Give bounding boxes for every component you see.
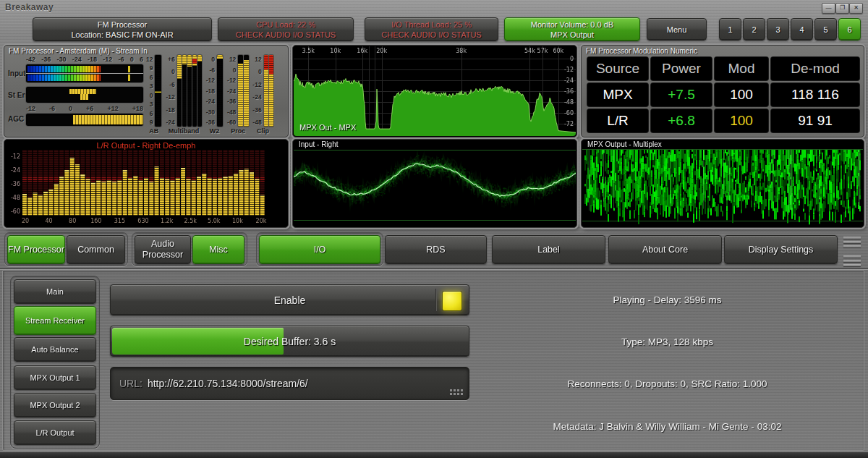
preset-button-5[interactable]: 5 [814,18,837,41]
app-title: Breakaway [5,2,54,12]
scale-label: -18 [88,56,97,63]
input-level-right [27,75,101,81]
cpu-load-button[interactable]: CPU Load: 22 % CHECK AUDIO I/O STATUS [218,17,354,41]
vertical-meters: 129630369AB+60-6-12-18-24Multiband0-6-12… [146,55,286,136]
lr-demod-cell: 91 91 [771,109,859,132]
scale-label: -24 [72,56,82,63]
mpx-spectrum-panel[interactable]: MPX Out - MPX [292,45,577,137]
desired-buffer-label: Desired Buffer: 3.6 s [111,326,469,356]
mpx-mod-cell: 100 [715,83,768,106]
io-thread-load-button[interactable]: I/O Thread Load: 25 % CHECK AUDIO I/O ST… [365,17,498,41]
lr-output-analyzer-title: L/R Output - Right De-emph [4,141,288,150]
scale-label: 6 [140,56,143,63]
tab-about-core[interactable]: About Core [608,235,722,264]
input-scope-title: Input - Right [299,140,338,148]
stream-status-reconnects: Reconnects: 0, Dropouts: 0, SRC Ratio: 1… [470,378,864,389]
sidebar-item-auto-balance[interactable]: Auto Balance [14,337,96,362]
mpx-source-cell: MPX [587,83,648,106]
input-meter-divider [26,73,143,74]
col-header-mod: Mod [715,57,768,80]
vmeter-clip: 120-12-24-36-48Clip [252,55,273,136]
input-scope-panel[interactable]: Input - Right [292,139,577,228]
vmeter-w2: 0-6-12-18-24-30-36W2 [206,55,223,136]
input-peak-right [128,75,130,81]
preset-button-3[interactable]: 3 [767,18,789,41]
tab-io[interactable]: I/O [259,235,380,264]
stenh-meter [26,87,143,103]
modulation-numeric-panel: FM Processor Modulation Numeric Source P… [581,45,864,137]
mpx-spectrum-title: MPX Out - MPX [299,123,356,132]
sidebar-item-stream-receiver[interactable]: Stream Receiver [14,306,96,335]
url-grip-dots-icon [450,389,463,395]
agc-fill [73,115,143,124]
modulation-table: Source Power Mod De-mod MPX +7.5 100 118… [587,57,859,132]
stream-status-metadata: Metadata: J Balvin & Willy William - Mi … [470,421,864,432]
scale-label: -6 [118,56,124,63]
tab-common[interactable]: Common [67,235,125,264]
scale-label: -12 [103,56,112,63]
tab-misc[interactable]: Misc [192,235,244,264]
meters-panel-title: FM Processor - Amsterdam (M) - Stream In [9,47,148,55]
agc-meter-label: AGC [8,115,24,123]
tabbar-grip-icon[interactable] [843,234,861,268]
tab-rds[interactable]: RDS [385,235,487,264]
tab-fm-processor[interactable]: FM Processor [7,235,65,264]
agc-meter [26,114,143,126]
vmeter-ab: 129630369AB [146,55,161,136]
preset-button-6-active[interactable]: 6 [838,18,861,41]
breakaway-window: Breakaway — ❐ ✕ FM Processor Location: B… [0,0,868,458]
menu-button[interactable]: Menu [647,18,707,41]
minimize-icon[interactable]: — [822,3,835,14]
scale-label: -42 [26,56,35,63]
mpx-waterfall-canvas [582,140,863,226]
bottom-strip [0,452,868,458]
preset-button-4[interactable]: 4 [791,18,813,41]
preset-button-2[interactable]: 2 [743,18,765,41]
input-scope-canvas [294,140,576,226]
monitor-volume-button[interactable]: Monitor Volume: 0.0 dB MPX Output [504,17,640,41]
close-icon[interactable]: ✕ [849,3,863,14]
input-level-left [27,66,101,72]
sidebar-item-mpx-output-1[interactable]: MPX Output 1 [14,365,96,390]
stream-status-playing: Playing - Delay: 3596 ms [470,294,864,305]
scale-label: -36 [41,56,51,63]
input-meter-scale: -42-36-30-24-18-12-606 [26,56,143,63]
mpx-demod-cell: 118 116 [771,83,859,106]
lr-power-cell: +6.8 [651,109,712,132]
preset-button-1[interactable]: 1 [719,18,741,41]
enable-led-indicator [442,291,462,311]
tab-label[interactable]: Label [492,235,605,264]
sidebar-item-lr-output[interactable]: L/R Output [14,420,96,445]
tab-display-settings[interactable]: Display Settings [724,235,838,264]
lr-mod-cell: 100 [715,109,768,132]
meters-panel[interactable]: FM Processor - Amsterdam (M) - Stream In… [4,45,289,137]
tab-audio-processor[interactable]: Audio Processor [135,235,191,264]
mpx-waterfall-panel[interactable]: MPX Output - Multiplex [581,139,864,228]
col-header-power: Power [651,57,712,80]
scale-label: -30 [56,56,66,63]
sidebar-item-mpx-output-2[interactable]: MPX Output 2 [14,393,96,417]
desired-buffer-slider[interactable]: Desired Buffer: 3.6 s [110,326,469,357]
scale-label: +12 [107,105,118,112]
stenh-stub [80,94,88,100]
mpx-waterfall-title: MPX Output - Multiplex [587,140,662,148]
input-peak-left [128,66,130,72]
sidebar-item-main[interactable]: Main [14,279,96,304]
stenh-band [69,89,96,94]
stream-status-type: Type: MP3, 128 kbps [470,336,864,347]
scale-label: 0 [130,56,134,63]
processor-location-button[interactable]: FM Processor Location: BASIC FM ON-AIR [33,17,212,41]
col-header-source: Source [587,57,648,80]
enable-led-separator [435,289,437,311]
scale-label: 0 [69,105,72,112]
mpx-power-cell: +7.5 [651,83,712,106]
lr-output-analyzer-canvas [5,140,287,226]
col-header-demod: De-mod [771,57,859,80]
scale-label: -6 [49,105,55,112]
vmeter-proc: 120-12-24-36-48-60Proc [227,55,249,136]
enable-button[interactable]: Enable [110,284,469,315]
stream-url-field[interactable]: URL: http://62.210.75.134:8000/stream/6/ [110,367,469,400]
restore-icon[interactable]: ❐ [835,3,849,14]
scale-label: +6 [86,105,93,112]
lr-output-analyzer-panel[interactable]: L/R Output - Right De-emph [4,139,289,228]
